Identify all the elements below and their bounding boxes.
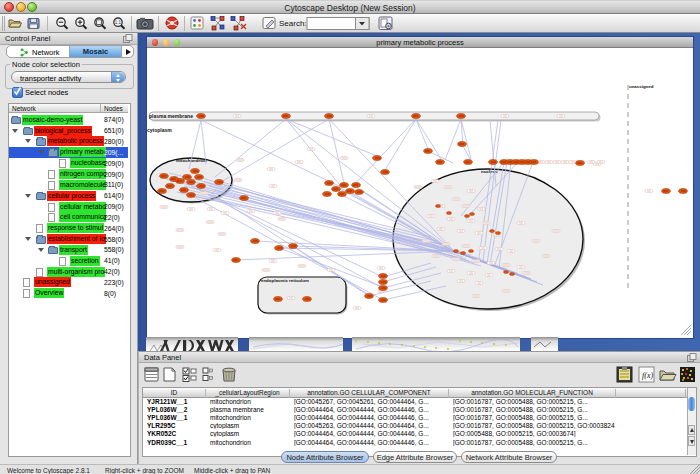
svg-text:Search:: Search:: [279, 19, 307, 28]
svg-text:nucleus: nucleus: [481, 169, 498, 174]
svg-text:plasma membrane: plasma membrane: [149, 113, 193, 119]
svg-text:unassigned: unassigned: [629, 84, 654, 89]
svg-text:endoplasmic reticulum: endoplasmic reticulum: [261, 278, 309, 283]
svg-text:cytoplasm: cytoplasm: [147, 127, 172, 133]
svg-text:f(x): f(x): [642, 371, 653, 380]
svg-text:1:1: 1:1: [115, 20, 122, 25]
